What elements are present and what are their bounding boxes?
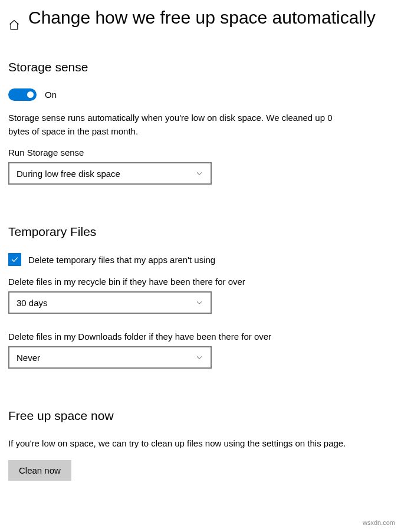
run-storage-sense-label: Run Storage sense (8, 147, 393, 157)
temporary-files-section: Temporary Files Delete temporary files t… (8, 225, 393, 369)
free-up-space-section: Free up space now If you're low on space… (8, 409, 393, 481)
free-up-space-heading: Free up space now (8, 409, 393, 423)
storage-sense-section: Storage sense On Storage sense runs auto… (8, 60, 393, 185)
storage-sense-description: Storage sense runs automatically when yo… (8, 111, 338, 138)
storage-sense-heading: Storage sense (8, 60, 393, 74)
delete-temp-files-checkbox[interactable] (8, 253, 21, 266)
recycle-bin-label: Delete files in my recycle bin if they h… (8, 277, 393, 287)
chevron-down-icon (195, 298, 203, 307)
run-storage-sense-value: During low free disk space (17, 169, 120, 179)
downloads-value: Never (17, 353, 40, 363)
downloads-dropdown[interactable]: Never (8, 346, 212, 369)
recycle-bin-dropdown[interactable]: 30 days (8, 291, 212, 314)
page-title: Change how we free up space automaticall… (28, 6, 376, 30)
chevron-down-icon (195, 169, 203, 178)
free-up-space-description: If you're low on space, we can try to cl… (8, 437, 393, 451)
delete-temp-files-label: Delete temporary files that my apps aren… (28, 255, 215, 265)
run-storage-sense-dropdown[interactable]: During low free disk space (8, 162, 212, 185)
watermark: wsxdn.com (363, 519, 395, 526)
storage-sense-toggle[interactable] (8, 88, 37, 101)
home-icon[interactable] (8, 19, 20, 31)
recycle-bin-value: 30 days (17, 298, 48, 308)
downloads-label: Delete files in my Downloads folder if t… (8, 331, 393, 341)
chevron-down-icon (195, 353, 203, 362)
temporary-files-heading: Temporary Files (8, 225, 393, 239)
storage-sense-toggle-label: On (45, 90, 57, 100)
clean-now-button[interactable]: Clean now (8, 460, 71, 481)
